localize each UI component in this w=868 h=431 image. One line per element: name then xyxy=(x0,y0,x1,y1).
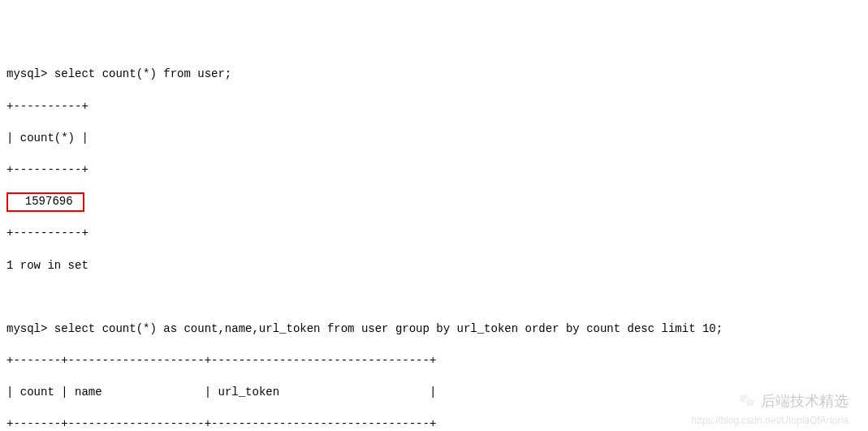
mysql-prompt-2: mysql> xyxy=(6,322,47,335)
table1-header: | count(*) | xyxy=(6,131,862,147)
terminal-line-query2: mysql> select count(*) as count,name,url… xyxy=(6,321,862,338)
blog-watermark: https://blog.csdn.net/UtopiaOfArtoria xyxy=(692,414,849,428)
blank-line-1 xyxy=(6,290,862,306)
table2-header-row: | count | name | url_token | xyxy=(6,385,862,401)
col-header-count: count xyxy=(20,386,54,399)
table2-border-top: +-------+--------------------+----------… xyxy=(6,353,862,369)
sql-query-2: select count(*) as count,name,url_token … xyxy=(54,322,723,335)
watermark: 后端技术精选 xyxy=(738,391,849,412)
terminal-line-query1: mysql> select count(*) from user; xyxy=(6,67,862,83)
table1-border-top: +----------+ xyxy=(6,99,862,115)
table1-border-mid: +----------+ xyxy=(6,162,862,179)
col-header-name: name xyxy=(75,386,102,399)
table1-data-row: 1597696 xyxy=(6,194,862,210)
col-header-urltoken: url_token xyxy=(218,386,279,399)
rows-in-set-1: 1 row in set xyxy=(6,258,862,274)
mysql-prompt: mysql> xyxy=(6,67,47,80)
watermark-text: 后端技术精选 xyxy=(761,391,849,412)
table1-border-bottom: +----------+ xyxy=(6,226,862,242)
wechat-icon xyxy=(738,392,756,410)
count-value-highlighted: 1597696 xyxy=(6,192,84,212)
sql-query-1: select count(*) from user; xyxy=(54,67,231,80)
